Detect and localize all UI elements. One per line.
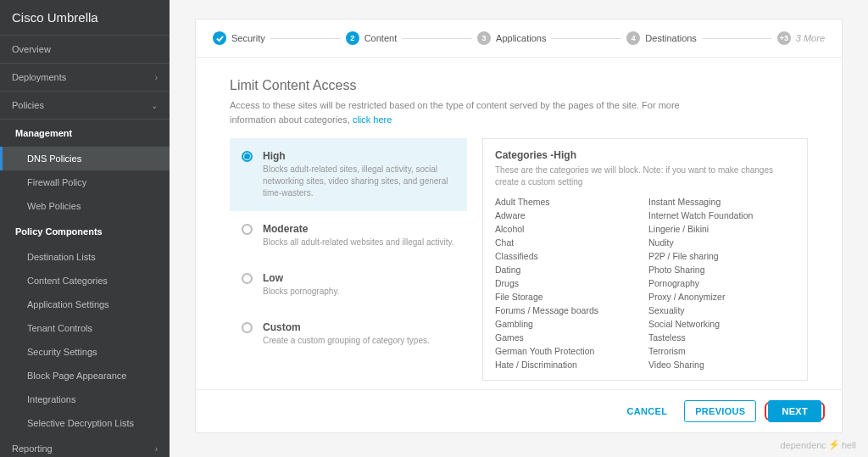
step-content[interactable]: 2 Content xyxy=(346,31,398,45)
category-item: Adult Themes xyxy=(495,197,642,207)
lightning-icon: ⚡ xyxy=(828,439,840,450)
step-label: Security xyxy=(231,33,265,43)
page-subtext: Access to these sites will be restricted… xyxy=(230,98,721,126)
watermark: dependenc ⚡ hell xyxy=(780,439,856,450)
step-label: Applications xyxy=(496,33,546,43)
subtext-prefix: Access to these sites will be restricted… xyxy=(230,100,680,125)
nav-overview[interactable]: Overview xyxy=(0,36,170,64)
nav-deployments[interactable]: Deployments › xyxy=(0,64,170,92)
watermark-left: dependenc xyxy=(780,440,826,450)
category-item: Video Sharing xyxy=(648,359,795,370)
sidebar-item-destination-lists[interactable]: Destination Lists xyxy=(0,245,170,269)
category-item: Gambling xyxy=(495,319,642,329)
radio-icon xyxy=(242,322,253,333)
option-desc: Blocks adult-related sites, illegal acti… xyxy=(263,164,455,199)
wizard-footer: CANCEL PREVIOUS NEXT xyxy=(196,389,842,432)
category-item: Instant Messaging xyxy=(648,197,795,207)
category-item: Dating xyxy=(495,265,642,275)
option-title: Low xyxy=(263,272,339,284)
sidebar-item-integrations[interactable]: Integrations xyxy=(0,387,170,411)
nav-reporting[interactable]: Reporting › xyxy=(0,435,170,457)
main-area: Security 2 Content 3 Applications 4 Dest… xyxy=(170,0,868,457)
nav-label: Policies xyxy=(12,100,44,110)
option-title: Moderate xyxy=(263,223,453,235)
category-item: Chat xyxy=(495,237,642,248)
nav-label: Overview xyxy=(12,44,51,54)
next-button[interactable]: NEXT xyxy=(768,400,821,422)
click-here-link[interactable]: click here xyxy=(353,114,392,125)
step-number-icon: 4 xyxy=(626,31,640,45)
previous-button[interactable]: PREVIOUS xyxy=(684,400,756,422)
step-divider xyxy=(402,38,472,39)
step-label: 3 More xyxy=(796,33,825,43)
wizard-content: Limit Content Access Access to these sit… xyxy=(196,58,842,389)
chevron-right-icon: › xyxy=(155,444,158,454)
option-title: High xyxy=(263,150,455,162)
category-item: Proxy / Anonymizer xyxy=(648,292,795,302)
category-item: Alcohol xyxy=(495,224,642,234)
step-more[interactable]: +3 3 More xyxy=(777,31,825,45)
category-item: Lingerie / Bikini xyxy=(648,224,795,234)
step-destinations[interactable]: 4 Destinations xyxy=(626,31,697,45)
radio-icon xyxy=(242,273,253,284)
radio-icon xyxy=(242,224,253,235)
sidebar-item-application-settings[interactable]: Application Settings xyxy=(0,293,170,316)
option-custom[interactable]: Custom Create a custom grouping of categ… xyxy=(230,309,467,359)
category-item: Terrorism xyxy=(648,346,795,356)
check-icon xyxy=(213,31,226,45)
sidebar-item-dns-policies[interactable]: DNS Policies xyxy=(0,147,170,170)
option-low[interactable]: Low Blocks pornography. xyxy=(230,260,467,309)
sidebar-item-content-categories[interactable]: Content Categories xyxy=(0,269,170,293)
sidebar: Cisco Umbrella Overview Deployments › Po… xyxy=(0,0,170,457)
page-title: Limit Content Access xyxy=(230,78,808,93)
step-divider xyxy=(270,38,341,39)
wizard-stepper: Security 2 Content 3 Applications 4 Dest… xyxy=(196,20,842,58)
sidebar-item-security-settings[interactable]: Security Settings xyxy=(0,340,170,364)
radio-icon xyxy=(242,151,253,162)
content-level-options: High Blocks adult-related sites, illegal… xyxy=(230,138,467,381)
category-item: Adware xyxy=(495,210,642,220)
sidebar-item-selective-decryption-lists[interactable]: Selective Decryption Lists xyxy=(0,411,170,435)
categories-panel: Categories -High These are the categorie… xyxy=(482,138,808,381)
step-number-icon: +3 xyxy=(777,31,791,45)
category-item: Classifieds xyxy=(495,251,642,261)
chevron-down-icon: ⌄ xyxy=(151,101,158,110)
sidebar-item-block-page-appearance[interactable]: Block Page Appearance xyxy=(0,364,170,387)
nav-policies[interactable]: Policies ⌄ xyxy=(0,92,170,120)
option-high[interactable]: High Blocks adult-related sites, illegal… xyxy=(230,138,467,211)
next-button-highlight: NEXT xyxy=(765,402,825,421)
category-item: Hate / Discrimination xyxy=(495,359,642,370)
cancel-button[interactable]: CANCEL xyxy=(619,400,676,422)
option-desc: Blocks pornography. xyxy=(263,286,339,298)
category-item: German Youth Protection xyxy=(495,346,642,356)
step-applications[interactable]: 3 Applications xyxy=(477,31,546,45)
sidebar-item-web-policies[interactable]: Web Policies xyxy=(0,194,170,218)
option-moderate[interactable]: Moderate Blocks all adult-related websit… xyxy=(230,211,467,260)
categories-title: Categories -High xyxy=(495,149,795,161)
nav-label: Reporting xyxy=(12,443,53,454)
option-title: Custom xyxy=(263,321,430,333)
step-number-icon: 3 xyxy=(477,31,491,45)
category-item: P2P / File sharing xyxy=(648,251,795,261)
chevron-right-icon: › xyxy=(155,73,158,82)
wizard-card: Security 2 Content 3 Applications 4 Dest… xyxy=(195,19,843,433)
step-number-icon: 2 xyxy=(346,31,359,45)
step-security[interactable]: Security xyxy=(213,31,265,45)
nav-label: Deployments xyxy=(12,72,66,82)
nav-section-management: Management xyxy=(0,120,170,147)
category-item: Tasteless xyxy=(648,332,795,343)
category-item: File Storage xyxy=(495,292,642,302)
step-label: Destinations xyxy=(645,33,697,43)
nav-section-policy-components: Policy Components xyxy=(0,218,170,245)
category-item: Photo Sharing xyxy=(648,265,795,275)
step-divider xyxy=(702,38,772,39)
category-item: Pornography xyxy=(648,278,795,288)
category-item: Drugs xyxy=(495,278,642,288)
brand: Cisco Umbrella xyxy=(0,0,170,36)
category-item: Sexuality xyxy=(648,305,795,315)
category-item: Social Networking xyxy=(648,319,795,329)
step-label: Content xyxy=(364,33,398,43)
sidebar-item-tenant-controls[interactable]: Tenant Controls xyxy=(0,316,170,340)
sidebar-item-firewall-policy[interactable]: Firewall Policy xyxy=(0,170,170,194)
category-item: Internet Watch Foundation xyxy=(648,210,795,220)
